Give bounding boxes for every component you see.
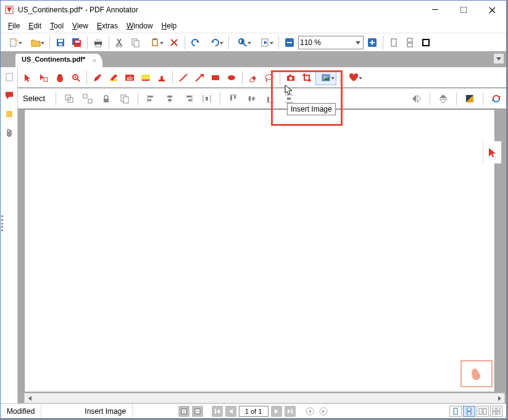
pen-tool[interactable] [90, 70, 105, 85]
zoom-select[interactable]: 110 % [298, 36, 364, 49]
nav-insert-after-icon[interactable] [192, 406, 203, 417]
tab-overflow-button[interactable] [494, 54, 504, 64]
flip-v-button[interactable] [436, 91, 451, 106]
new-button[interactable] [3, 35, 24, 50]
nav-forward-button[interactable] [318, 406, 329, 417]
svg-marker-107 [498, 396, 501, 401]
lasso-tool[interactable] [262, 70, 277, 85]
rail-annotations-icon[interactable] [2, 88, 17, 103]
svg-rect-82 [188, 99, 191, 101]
nav-last-button[interactable] [285, 406, 296, 417]
menu-edit[interactable]: Edit [25, 20, 45, 31]
rectangle-tool[interactable] [208, 70, 223, 85]
redo-button[interactable] [204, 35, 225, 50]
align-left-button[interactable] [144, 91, 159, 106]
view-two-cont-button[interactable] [490, 406, 502, 417]
minimize-button[interactable] [421, 1, 449, 19]
snapshot-tool[interactable] [283, 70, 298, 85]
view-continuous-button[interactable] [463, 406, 475, 417]
zoom-tool[interactable] [69, 70, 83, 85]
document-tab[interactable]: US_Continents.pdf* × [15, 54, 102, 67]
nav-back-button[interactable] [304, 406, 315, 417]
crop-tool[interactable] [299, 70, 314, 85]
paste-button[interactable] [144, 35, 165, 50]
flip-h-button[interactable] [409, 91, 424, 106]
undo-button[interactable] [188, 35, 203, 50]
rail-resize-handle[interactable] [1, 215, 4, 231]
nav-next-button[interactable] [271, 406, 282, 417]
page-canvas[interactable] [24, 109, 495, 392]
nav-first-button[interactable] [212, 406, 223, 417]
continuous-page-button[interactable] [402, 35, 417, 50]
eraser-tool[interactable] [246, 70, 260, 85]
insert-image-tool[interactable] [315, 70, 336, 85]
zoom-in-button[interactable] [365, 35, 380, 50]
rail-bookmarks-icon[interactable] [2, 107, 17, 121]
open-button[interactable] [25, 35, 46, 50]
touch-mode-badge[interactable] [460, 360, 493, 387]
menu-help[interactable]: Help [158, 20, 181, 31]
text-highlight-tool[interactable] [138, 70, 153, 85]
svg-rect-73 [123, 97, 128, 103]
nav-prev-button[interactable] [225, 406, 236, 417]
ungroup-button[interactable] [80, 91, 95, 106]
horizontal-scrollbar[interactable] [24, 393, 505, 403]
status-modified: Modified [1, 404, 41, 418]
rail-page-icon[interactable] [2, 70, 17, 84]
scroll-left-icon[interactable] [25, 393, 35, 403]
rail-attachments-icon[interactable] [2, 125, 17, 140]
align-bottom-button[interactable] [263, 91, 278, 106]
search-button[interactable] [232, 35, 253, 50]
menu-file[interactable]: File [4, 20, 23, 31]
title-bar: US_Continents.pdf* - PDF Annotator [1, 1, 506, 19]
close-button[interactable] [478, 1, 506, 19]
copy-button[interactable] [128, 35, 143, 50]
scroll-right-icon[interactable] [494, 393, 504, 403]
select-annotation-tool[interactable] [36, 70, 51, 85]
scroll-track[interactable] [35, 393, 494, 403]
goto-button[interactable] [254, 35, 275, 50]
tab-close-icon[interactable]: × [93, 57, 96, 64]
svg-marker-42 [25, 74, 30, 82]
view-two-page-button[interactable] [477, 406, 489, 417]
dist-h-button[interactable] [199, 91, 214, 106]
page-number-input[interactable] [239, 406, 269, 417]
dup-button[interactable] [117, 91, 132, 106]
align-top-button[interactable] [226, 91, 241, 106]
menu-window[interactable]: Window [123, 20, 157, 31]
stamp-tool[interactable] [154, 70, 169, 85]
menu-view[interactable]: View [69, 20, 92, 31]
align-middle-button[interactable] [244, 91, 259, 106]
menu-tool[interactable]: Tool [46, 20, 67, 31]
align-center-button[interactable] [162, 91, 177, 106]
sync-button[interactable] [489, 91, 504, 106]
single-page-button[interactable] [386, 35, 401, 50]
align-right-button[interactable] [181, 91, 196, 106]
delete-button[interactable] [167, 35, 181, 50]
nav-insert-before-icon[interactable] [178, 406, 189, 417]
lock-button[interactable] [99, 91, 114, 106]
arrow-tool[interactable] [192, 70, 207, 85]
text-tool[interactable]: ab [122, 70, 137, 85]
svg-rect-79 [168, 99, 172, 101]
group-button[interactable] [62, 91, 77, 106]
pointer-tool[interactable] [20, 70, 35, 85]
svg-rect-32 [372, 40, 373, 45]
save-button[interactable] [53, 35, 68, 50]
maximize-button[interactable] [449, 1, 478, 19]
fullscreen-button[interactable] [418, 35, 433, 50]
color-swatch-button[interactable] [462, 91, 477, 106]
page-viewport[interactable] [18, 109, 506, 403]
zoom-out-button[interactable] [282, 35, 297, 50]
favorites-tool[interactable] [343, 70, 364, 85]
svg-rect-123 [454, 408, 457, 414]
marker-tool[interactable] [106, 70, 121, 85]
pan-tool[interactable] [52, 70, 67, 85]
cut-button[interactable] [112, 35, 127, 50]
ellipse-tool[interactable] [224, 70, 239, 85]
save-all-button[interactable] [69, 35, 84, 50]
line-tool[interactable] [176, 70, 191, 85]
view-single-button[interactable] [449, 406, 462, 417]
menu-extras[interactable]: Extras [93, 20, 122, 31]
print-button[interactable] [91, 35, 106, 50]
